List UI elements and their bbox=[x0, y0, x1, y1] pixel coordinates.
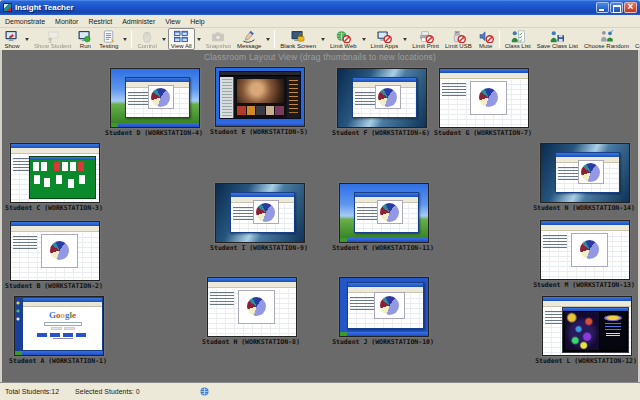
minimize-button[interactable] bbox=[596, 2, 609, 13]
toolbar-button-class-list[interactable]: Class List bbox=[502, 28, 534, 50]
student-label: Student G (WORKSTATION-7) bbox=[423, 129, 543, 137]
pie-chart bbox=[50, 241, 69, 260]
toolbar-button-limit-apps[interactable]: Limit Apps bbox=[368, 28, 402, 50]
student-label: Student L (WORKSTATION-12) bbox=[526, 357, 640, 365]
show-student-icon bbox=[45, 30, 61, 43]
student-label: Student C (WORKSTATION-3) bbox=[0, 204, 114, 212]
pie-chart bbox=[256, 203, 275, 222]
student-thumbnail-c[interactable]: Student C (WORKSTATION-3) bbox=[10, 143, 100, 212]
dropdown-arrow-icon[interactable] bbox=[197, 38, 201, 41]
toolbar-button-limit-print[interactable]: Limit Print bbox=[409, 28, 442, 50]
toolbar-button-label: Limit Web bbox=[330, 43, 357, 50]
dropdown-arrow-icon[interactable] bbox=[321, 38, 325, 41]
toolbar-button-snapshot: Snapshot bbox=[203, 28, 234, 50]
student-screen-c[interactable] bbox=[10, 143, 100, 203]
toolbar-button-label: Co-Browsing bbox=[635, 43, 640, 50]
pie-chart bbox=[151, 88, 170, 107]
student-thumbnail-f[interactable]: Student F (WORKSTATION-6) bbox=[337, 68, 427, 137]
student-thumbnail-e[interactable]: Student E (WORKSTATION-5) bbox=[215, 67, 305, 136]
toolbar-button-limit-usb[interactable]: Limit USB bbox=[442, 28, 475, 50]
student-screen-a[interactable]: Google bbox=[14, 296, 104, 356]
toolbar-button-label: Testing bbox=[99, 43, 118, 50]
toolbar-button-save-class-list[interactable]: Save Class List bbox=[534, 28, 581, 50]
toolbar-button-blank-screen[interactable]: Blank Screen bbox=[277, 28, 319, 50]
insight-teacher-window: Insight Teacher DemonstrateMonitorRestri… bbox=[0, 0, 640, 400]
student-label: Student A (WORKSTATION-1) bbox=[0, 357, 118, 365]
dropdown-arrow-icon[interactable] bbox=[362, 38, 366, 41]
student-label: Student J (WORKSTATION-10) bbox=[323, 338, 443, 346]
student-label: Student B (WORKSTATION-2) bbox=[0, 282, 114, 290]
menu-item-view[interactable]: View bbox=[160, 17, 185, 26]
menu-item-restrict[interactable]: Restrict bbox=[83, 17, 117, 26]
total-students-text: Total Students:12 bbox=[5, 388, 59, 395]
student-screen-m[interactable] bbox=[540, 220, 630, 280]
toolbar-button-label: Run bbox=[80, 43, 91, 50]
student-thumbnail-g[interactable]: Student G (WORKSTATION-7) bbox=[439, 68, 529, 137]
classroom-layout-workspace[interactable]: Classroom Layout View (drag thumbnails t… bbox=[0, 50, 640, 382]
menu-item-demonstrate[interactable]: Demonstrate bbox=[0, 17, 50, 26]
dropdown-arrow-icon[interactable] bbox=[162, 38, 166, 41]
student-screen-f[interactable] bbox=[337, 68, 427, 128]
testing-icon bbox=[101, 30, 117, 43]
student-thumbnail-k[interactable]: Student K (WORKSTATION-11) bbox=[339, 183, 429, 252]
toolbar-button-message[interactable]: Message bbox=[234, 28, 264, 50]
student-thumbnail-j[interactable]: Student J (WORKSTATION-10) bbox=[339, 277, 429, 346]
google-logo: Google bbox=[23, 311, 102, 320]
student-label: Student D (WORKSTATION-4) bbox=[94, 129, 214, 137]
student-thumbnail-a[interactable]: GoogleStudent A (WORKSTATION-1) bbox=[14, 296, 104, 365]
dropdown-arrow-icon[interactable] bbox=[123, 38, 127, 41]
toolbar-button-label: Limit Apps bbox=[371, 43, 399, 50]
student-screen-d[interactable] bbox=[110, 68, 200, 128]
student-thumbnail-l[interactable]: Student L (WORKSTATION-12) bbox=[542, 296, 632, 365]
toolbar-button-run[interactable]: Run bbox=[74, 28, 96, 50]
student-screen-b[interactable] bbox=[10, 221, 100, 281]
student-screen-g[interactable] bbox=[439, 68, 529, 128]
toolbar-button-show[interactable]: Show bbox=[1, 28, 23, 50]
menu-item-administer[interactable]: Administer bbox=[117, 17, 160, 26]
pie-chart bbox=[479, 88, 498, 107]
student-label: Student N (WORKSTATION-14) bbox=[524, 204, 640, 212]
limit-usb-icon bbox=[450, 30, 466, 43]
student-screen-k[interactable] bbox=[339, 183, 429, 243]
student-screen-e[interactable] bbox=[215, 67, 305, 127]
student-screen-h[interactable] bbox=[207, 277, 297, 337]
pie-chart bbox=[581, 163, 600, 182]
title-bar[interactable]: Insight Teacher bbox=[0, 0, 640, 15]
student-screen-j[interactable] bbox=[339, 277, 429, 337]
toolbar-button-choose-random[interactable]: Choose Random bbox=[581, 28, 632, 50]
student-screen-i[interactable] bbox=[215, 183, 305, 243]
student-thumbnail-h[interactable]: Student H (WORKSTATION-8) bbox=[207, 277, 297, 346]
toolbar-button-label: Snapshot bbox=[206, 43, 231, 50]
view-all-icon bbox=[173, 30, 189, 43]
toolbar-separator bbox=[499, 30, 500, 48]
student-label: Student M (WORKSTATION-13) bbox=[524, 281, 640, 289]
toolbar-button-label: Limit USB bbox=[445, 43, 472, 50]
toolbar-button-label: Show bbox=[4, 43, 19, 50]
dropdown-arrow-icon[interactable] bbox=[403, 38, 407, 41]
toolbar-button-label: Class List bbox=[505, 43, 531, 50]
message-icon bbox=[241, 30, 257, 43]
student-screen-l[interactable] bbox=[542, 296, 632, 356]
toolbar-button-testing[interactable]: Testing bbox=[96, 28, 121, 50]
student-screen-n[interactable] bbox=[540, 143, 630, 203]
toolbar-button-co-browsing[interactable]: Co-Browsing bbox=[632, 28, 640, 50]
student-thumbnail-b[interactable]: Student B (WORKSTATION-2) bbox=[10, 221, 100, 290]
dropdown-arrow-icon[interactable] bbox=[266, 38, 270, 41]
pie-chart bbox=[580, 240, 599, 259]
maximize-button[interactable] bbox=[610, 2, 623, 13]
student-thumbnail-n[interactable]: Student N (WORKSTATION-14) bbox=[540, 143, 630, 212]
dropdown-arrow-icon[interactable] bbox=[25, 38, 29, 41]
student-thumbnail-i[interactable]: Student I (WORKSTATION-9) bbox=[215, 183, 305, 252]
toolbar-button-view-all[interactable]: View All bbox=[168, 28, 195, 50]
close-button[interactable] bbox=[624, 2, 637, 13]
toolbar-button-mute[interactable]: Mute bbox=[475, 28, 497, 50]
student-thumbnail-m[interactable]: Student M (WORKSTATION-13) bbox=[540, 220, 630, 289]
save-class-list-icon bbox=[549, 30, 565, 43]
toolbar-button-label: View All bbox=[171, 43, 192, 50]
menu-item-monitor[interactable]: Monitor bbox=[50, 17, 83, 26]
student-thumbnail-d[interactable]: Student D (WORKSTATION-4) bbox=[110, 68, 200, 137]
toolbar-button-limit-web[interactable]: Limit Web bbox=[327, 28, 360, 50]
pie-chart bbox=[247, 297, 266, 316]
workspace-heading: Classroom Layout View (drag thumbnails t… bbox=[2, 52, 638, 62]
menu-item-help[interactable]: Help bbox=[185, 17, 209, 26]
